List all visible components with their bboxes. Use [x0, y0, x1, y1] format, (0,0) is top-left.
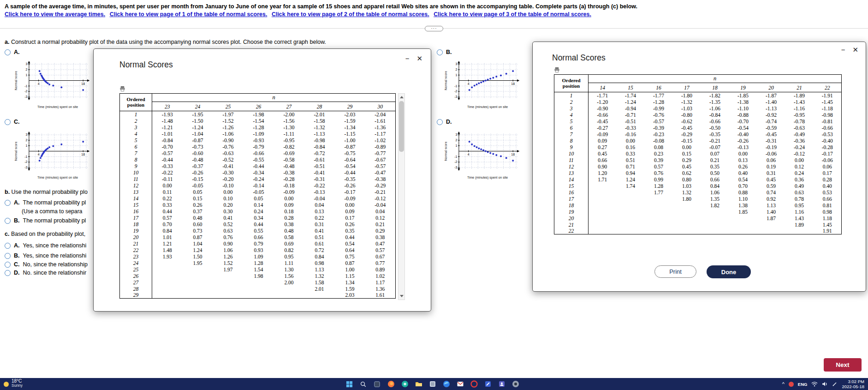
radio-part-b-option-a[interactable] [5, 200, 11, 206]
table-row: 4-0.66-0.71-0.76-0.80-0.84-0.88-0.92-0.9… [554, 112, 842, 118]
table-column-header: 28 [304, 102, 335, 111]
pen-icon[interactable] [832, 381, 838, 387]
table-row: 272.001.581.341.17 [120, 279, 396, 286]
designer-icon[interactable] [484, 380, 492, 388]
link-normal-scores-page-3[interactable]: Click here to view page of 3 of the tabl… [434, 11, 591, 18]
part-b-option-b[interactable]: B. The normal probability pl [5, 217, 86, 224]
radio-part-c-option-c[interactable] [5, 262, 11, 268]
part-a-option-b[interactable]: B. [437, 49, 452, 55]
svg-text:1: 1 [25, 144, 27, 147]
search-icon[interactable] [359, 380, 368, 388]
part-b-letter: b. [5, 189, 10, 195]
taskbar-weather-widget[interactable]: 18°C Sunny [0, 378, 83, 390]
table-row: 100.450.330.230.150.070.00-0.06-0.12-0.1… [554, 150, 842, 157]
minimize-icon[interactable]: − [841, 47, 845, 53]
opera-icon[interactable] [470, 380, 478, 388]
svg-text:Normal score: Normal score [444, 71, 447, 90]
table-row: 211.891.45 [554, 222, 842, 228]
svg-text:4: 4 [38, 153, 40, 156]
table-scrollbar[interactable] [398, 93, 405, 300]
camera-icon[interactable] [511, 380, 520, 388]
part-a-option-d[interactable]: D. [437, 119, 452, 125]
firefox-icon[interactable] [387, 380, 395, 388]
app-icon[interactable] [428, 380, 437, 388]
table-row: 3-1.21-1.24-1.26-1.28-1.30-1.32-1.34-1.3… [120, 124, 396, 131]
table-row: 140.220.150.100.050.00-0.04-0.09-0.12 [120, 195, 396, 202]
taskbar: 18°C Sunny [0, 378, 868, 390]
svg-text:1: 1 [455, 73, 457, 77]
problem-statement: A sample of the average time, in minutes… [5, 3, 696, 10]
scroll-up-button[interactable] [398, 94, 404, 101]
part-c-option-b[interactable]: B. Yes, since the relationshi [5, 252, 86, 259]
svg-text:2: 2 [25, 68, 27, 71]
table-row: 7-0.09-0.16-0.23-0.29-0.35-0.40-0.45-0.4… [554, 131, 842, 138]
mail-icon[interactable] [456, 380, 464, 388]
windows-start-icon[interactable] [345, 380, 354, 388]
svg-text:Time (minutes) spent on site: Time (minutes) spent on site [37, 105, 78, 109]
minimize-icon[interactable]: − [405, 55, 410, 62]
done-button[interactable]: Done [707, 265, 751, 278]
part-c-option-c[interactable]: C. No, since the relationship [5, 261, 88, 268]
volume-icon[interactable] [822, 381, 828, 387]
table-row: 120.00-0.05-0.10-0.14-0.18-0.22-0.26-0.2… [120, 182, 396, 189]
svg-text:2: 2 [25, 138, 27, 142]
part-c-option-d[interactable]: D. No. since the relationshir [5, 270, 86, 276]
part-c-option-c-label: C. [14, 261, 20, 268]
table-row: 5-0.45-0.51-0.57-0.62-0.66-0.70-0.74-0.7… [554, 118, 842, 125]
edge-icon[interactable] [442, 380, 451, 388]
scroll-down-button[interactable] [398, 293, 404, 300]
language-indicator[interactable]: ENG [798, 382, 808, 387]
table-row: 3-0.90-0.94-0.99-1.03-1.06-1.10-1.13-1.1… [554, 105, 842, 112]
next-button[interactable]: Next [824, 358, 862, 372]
folder-icon[interactable] [415, 380, 423, 388]
svg-text:4: 4 [468, 82, 470, 85]
radio-part-a-option-a[interactable] [5, 49, 11, 55]
svg-text:18: 18 [81, 82, 85, 85]
table-row: 170.570.480.410.340.280.220.170.12 [120, 215, 396, 221]
part-c-prompt: c. Based on the probability plot, [5, 231, 85, 237]
part-b-option-a-text: The normal probability pl [23, 199, 86, 206]
print-table-icon[interactable] [554, 67, 560, 73]
radio-part-a-option-b[interactable] [437, 49, 443, 55]
link-normal-scores-page-2[interactable]: Click here to view page of 2 of the tabl… [272, 11, 429, 18]
wifi-icon[interactable] [811, 381, 818, 387]
table-row: 10-0.22-0.26-0.30-0.34-0.38-0.41-0.44-0.… [120, 169, 396, 176]
svg-text:-2: -2 [24, 160, 27, 163]
print-table-icon[interactable] [119, 86, 125, 92]
store-icon[interactable] [401, 380, 409, 388]
table-row: 11-0.11-0.15-0.20-0.24-0.28-0.31-0.35-0.… [120, 176, 396, 182]
link-average-times[interactable]: Click here to view the average times. [5, 11, 105, 18]
taskbar-clock[interactable]: 3:02 PM 2022-05-18 [842, 379, 864, 390]
radio-part-c-option-a[interactable] [5, 243, 11, 249]
table-row: 9-0.33-0.37-0.41-0.44-0.48-0.51-0.54-0.5… [120, 163, 396, 169]
table-group-header: n [152, 94, 396, 102]
svg-text:3: 3 [25, 62, 27, 66]
close-icon[interactable]: ✕ [852, 47, 858, 53]
part-b-option-b-label: B. [14, 217, 20, 224]
table-row: 261.981.561.321.151.02 [120, 273, 396, 279]
tray-expand-icon[interactable]: ^ [782, 381, 785, 387]
teams-icon[interactable] [498, 380, 506, 388]
tray-badge-icon[interactable] [789, 382, 794, 387]
part-a-option-c[interactable]: C. [5, 119, 20, 125]
radio-part-a-option-d[interactable] [437, 119, 443, 125]
radio-part-a-option-c[interactable] [5, 119, 11, 125]
part-c-option-a[interactable]: A. Yes, since the relationshi [5, 242, 86, 249]
table-row: 211.211.040.900.790.690.610.540.47 [120, 240, 396, 247]
radio-part-c-option-b[interactable] [5, 253, 11, 259]
task-view-icon[interactable] [373, 380, 381, 388]
question-expander-button[interactable]: ··· [425, 26, 443, 31]
svg-text:1: 1 [455, 144, 457, 147]
svg-text:-1: -1 [454, 155, 457, 158]
scroll-thumb[interactable] [399, 101, 404, 152]
radio-part-c-option-d[interactable] [5, 270, 11, 276]
close-icon[interactable]: ✕ [416, 55, 422, 62]
taskbar-app-icons [345, 380, 520, 388]
normal-scores-dialog-left: − ✕ Normal Scores Orderedpositionn232425… [93, 48, 431, 312]
part-c-option-b-text: Yes, since the relationshi [23, 252, 87, 259]
link-normal-scores-page-1[interactable]: Click here to view page of 1 of the tabl… [110, 11, 268, 18]
radio-part-b-option-b[interactable] [5, 218, 11, 224]
part-b-option-a[interactable]: A. The normal probability pl [5, 199, 86, 206]
part-a-option-a[interactable]: A. [5, 49, 20, 55]
print-button[interactable]: Print [654, 265, 696, 278]
